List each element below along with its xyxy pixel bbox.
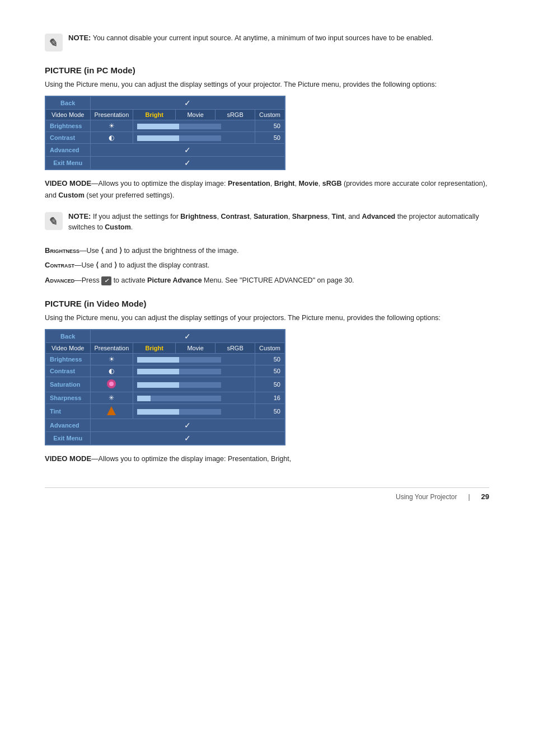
footer-separator: | xyxy=(468,493,470,501)
brightness-term-label: Brightness xyxy=(45,246,79,255)
video-tint-bar xyxy=(133,404,255,419)
video-tint-row: Tint 50 xyxy=(45,404,285,419)
svg-text:✎: ✎ xyxy=(48,37,57,49)
video-sharpness-value: 16 xyxy=(255,392,285,404)
advanced-term: Advanced—Press ✓ to activate Picture Adv… xyxy=(45,275,489,287)
note-icon-2: ✎ xyxy=(45,211,63,232)
pc-back-label: Back xyxy=(45,96,90,110)
video-sharpness-bar xyxy=(133,392,255,404)
video-header-row: Video Mode Presentation Bright Movie sRG… xyxy=(45,343,285,354)
pc-contrast-row: Contrast ◐ 50 xyxy=(45,132,285,144)
videomode-label-video: VIDEO MODE xyxy=(45,454,91,463)
video-header-movie: Movie xyxy=(176,343,216,354)
page-footer: Using Your Projector | 29 xyxy=(45,487,489,501)
video-contrast-label: Contrast xyxy=(45,365,90,377)
advanced-term-label: Advanced xyxy=(45,276,74,284)
pc-contrast-label: Contrast xyxy=(45,132,90,144)
video-back-check: ✓ xyxy=(90,330,285,343)
video-brightness-icon: ☀ xyxy=(90,354,133,365)
pc-exit-row: Exit Menu ✓ xyxy=(45,157,285,170)
menu-table-video: Back ✓ Video Mode Presentation Bright Mo… xyxy=(45,329,285,445)
note-label-1: NOTE: xyxy=(68,34,91,42)
video-saturation-icon xyxy=(90,377,133,392)
pc-back-check: ✓ xyxy=(90,96,285,110)
section-title-pc: PICTURE (in PC Mode) xyxy=(45,65,489,75)
video-tint-label: Tint xyxy=(45,404,90,419)
advanced-menu-icon: ✓ xyxy=(101,276,111,285)
pc-exit-check: ✓ xyxy=(90,157,285,170)
pc-contrast-value: 50 xyxy=(255,132,285,144)
section-pc-intro: Using the Picture menu, you can adjust t… xyxy=(45,79,489,90)
video-saturation-value: 50 xyxy=(255,377,285,392)
video-saturation-label: Saturation xyxy=(45,377,90,392)
video-contrast-icon: ◐ xyxy=(90,365,133,377)
video-contrast-bar xyxy=(133,365,255,377)
video-tint-value: 50 xyxy=(255,404,285,419)
video-contrast-value: 50 xyxy=(255,365,285,377)
pc-header-srgb: sRGB xyxy=(216,110,255,120)
video-header-bright: Bright xyxy=(133,343,176,354)
pc-brightness-bar xyxy=(133,120,255,132)
note-text-2: NOTE: If you adjust the settings for Bri… xyxy=(68,211,489,233)
video-back-row: Back ✓ xyxy=(45,330,285,343)
section-video-intro: Using the Picture menu, you can adjust t… xyxy=(45,313,489,323)
pc-header-row: Video Mode Presentation Bright Movie sRG… xyxy=(45,110,285,120)
footer-label: Using Your Projector xyxy=(396,493,457,501)
videomode-desc-pc: VIDEO MODE—Allows you to optimize the di… xyxy=(45,178,489,201)
video-header-custom: Custom xyxy=(255,343,285,354)
pc-advanced-label: Advanced xyxy=(45,144,90,157)
note-text-1: NOTE: You cannot disable your current in… xyxy=(68,32,433,44)
menu-table-pc: Back ✓ Video Mode Presentation Bright Mo… xyxy=(45,96,285,170)
video-contrast-row: Contrast ◐ 50 xyxy=(45,365,285,377)
page-number: 29 xyxy=(481,492,489,501)
video-saturation-row: Saturation 50 xyxy=(45,377,285,392)
pc-exit-label: Exit Menu xyxy=(45,157,90,170)
video-advanced-check: ✓ xyxy=(90,419,285,432)
video-advanced-row: Advanced ✓ xyxy=(45,419,285,432)
pc-header-presentation: Presentation xyxy=(90,110,133,120)
brightness-term: Brightness—Use ⟨ and ⟩ to adjust the bri… xyxy=(45,245,489,257)
pc-brightness-value: 50 xyxy=(255,120,285,132)
note-box-2: ✎ NOTE: If you adjust the settings for B… xyxy=(45,211,489,233)
video-exit-check: ✓ xyxy=(90,432,285,445)
pc-brightness-label: Brightness xyxy=(45,120,90,132)
video-saturation-bar xyxy=(133,377,255,392)
video-sharpness-row: Sharpness ✳ 16 xyxy=(45,392,285,404)
pc-advanced-row: Advanced ✓ xyxy=(45,144,285,157)
video-header-videomode: Video Mode xyxy=(45,343,90,354)
video-brightness-row: Brightness ☀ 50 xyxy=(45,354,285,365)
note-icon-1: ✎ xyxy=(45,32,63,53)
svg-marker-6 xyxy=(107,406,116,415)
note-label-2: NOTE: xyxy=(68,212,91,220)
pc-header-videomode: Video Mode xyxy=(45,110,90,120)
video-brightness-bar xyxy=(133,354,255,365)
pc-contrast-icon: ◐ xyxy=(90,132,133,144)
video-brightness-label: Brightness xyxy=(45,354,90,365)
note-box-1: ✎ NOTE: You cannot disable your current … xyxy=(45,32,489,53)
svg-point-5 xyxy=(109,382,114,386)
video-brightness-value: 50 xyxy=(255,354,285,365)
contrast-term-label: Contrast xyxy=(45,261,74,269)
pc-header-bright: Bright xyxy=(133,110,176,120)
section-title-video: PICTURE (in Video Mode) xyxy=(45,299,489,308)
video-header-srgb: sRGB xyxy=(216,343,255,354)
video-back-label: Back xyxy=(45,330,90,343)
pc-header-movie: Movie xyxy=(176,110,216,120)
pc-contrast-bar xyxy=(133,132,255,144)
pc-advanced-check: ✓ xyxy=(90,144,285,157)
pc-back-row: Back ✓ xyxy=(45,96,285,110)
video-tint-icon xyxy=(90,404,133,419)
video-sharpness-label: Sharpness xyxy=(45,392,90,404)
video-sharpness-icon: ✳ xyxy=(90,392,133,404)
pc-brightness-row: Brightness ☀ 50 xyxy=(45,120,285,132)
video-advanced-label: Advanced xyxy=(45,419,90,432)
pc-header-custom: Custom xyxy=(255,110,285,120)
video-header-presentation: Presentation xyxy=(90,343,133,354)
video-exit-row: Exit Menu ✓ xyxy=(45,432,285,445)
video-exit-label: Exit Menu xyxy=(45,432,90,445)
videomode-desc-video: VIDEO MODE—Allows you to optimize the di… xyxy=(45,453,489,465)
pc-brightness-icon: ☀ xyxy=(90,120,133,132)
videomode-label-pc: VIDEO MODE xyxy=(45,179,91,187)
contrast-term: Contrast—Use ⟨ and ⟩ to adjust the displ… xyxy=(45,260,489,271)
svg-text:✎: ✎ xyxy=(48,215,57,228)
